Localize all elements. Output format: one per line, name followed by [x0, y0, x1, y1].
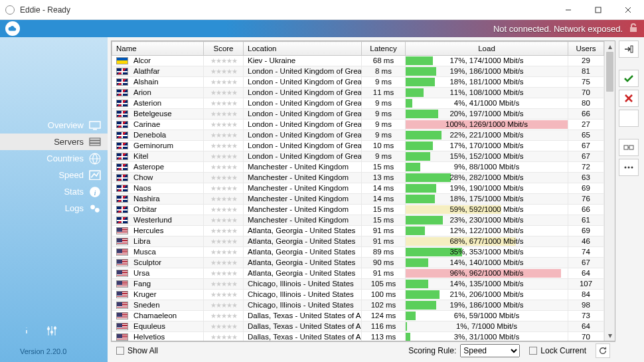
about-icon[interactable] — [20, 324, 33, 339]
window-title: Eddie - Ready — [20, 5, 553, 15]
server-row[interactable]: Musca★★★★★Atlanta, Georgia - United Stat… — [112, 247, 604, 258]
flag-icon — [116, 110, 128, 118]
table-footer: Show All Scoring Rule: Speed Lock Curren… — [111, 341, 615, 359]
server-row[interactable]: Equuleus★★★★★Dallas, Texas - United Stat… — [112, 321, 604, 332]
lock-current-checkbox[interactable]: Lock Current — [529, 346, 586, 355]
server-row[interactable]: Arion★★★★★London - United Kingdom of Gre… — [112, 88, 604, 98]
col-load[interactable]: Load — [406, 42, 568, 56]
col-score[interactable]: Score — [204, 42, 244, 56]
sidebar-item-servers[interactable]: Servers — [0, 134, 108, 150]
server-row[interactable]: Nashira★★★★★Manchester - United Kingdom1… — [112, 194, 604, 205]
blacklist-button[interactable] — [619, 90, 639, 107]
svg-text:i: i — [94, 188, 96, 196]
server-row[interactable]: Hercules★★★★★Atlanta, Georgia - United S… — [112, 226, 604, 236]
col-location[interactable]: Location — [244, 42, 362, 56]
info-icon: i — [89, 187, 101, 197]
star-rating: ★★★★★ — [210, 248, 237, 256]
more-button[interactable] — [619, 159, 639, 176]
svg-rect-8 — [90, 143, 100, 145]
server-row[interactable]: Geminorum★★★★★London - United Kingdom of… — [112, 141, 604, 151]
server-row[interactable]: Libra★★★★★Atlanta, Georgia - United Stat… — [112, 236, 604, 247]
sidebar-item-speed[interactable]: Speed — [0, 167, 108, 183]
vertical-scrollbar[interactable]: ▴ ▾ — [604, 41, 615, 341]
star-rating: ★★★★★ — [210, 100, 237, 107]
connect-button[interactable] — [619, 41, 639, 58]
server-row[interactable]: Alcor★★★★★Kiev - Ukraine68 ms17%, 174/10… — [112, 56, 604, 66]
server-row[interactable]: Denebola★★★★★London - United Kingdom of … — [112, 130, 604, 141]
server-row[interactable]: Ursa★★★★★Atlanta, Georgia - United State… — [112, 268, 604, 279]
sidebar-label: Logs — [65, 203, 84, 213]
star-rating: ★★★★★ — [210, 238, 237, 245]
flag-icon — [116, 57, 128, 64]
star-rating: ★★★★★ — [210, 132, 237, 139]
show-all-checkbox[interactable]: Show All — [116, 346, 158, 355]
globe-icon — [89, 154, 101, 163]
close-button[interactable] — [613, 0, 643, 19]
server-row[interactable]: Alathfar★★★★★London - United Kingdom of … — [112, 66, 604, 77]
server-row[interactable]: Chamaeleon★★★★★Dallas, Texas - United St… — [112, 311, 604, 321]
flag-icon — [116, 280, 128, 288]
svg-point-27 — [625, 167, 627, 169]
server-table: Name Score Location Latency Load Users A… — [111, 41, 615, 341]
star-rating: ★★★★★ — [210, 259, 237, 266]
scoring-rule-select[interactable]: Speed — [460, 344, 520, 357]
server-row[interactable]: Asterion★★★★★London - United Kingdom of … — [112, 98, 604, 109]
flag-icon — [116, 227, 128, 234]
flag-icon — [116, 323, 128, 330]
sidebar-item-stats[interactable]: Statsi — [0, 183, 108, 200]
minimize-button[interactable] — [553, 0, 583, 19]
server-row[interactable]: Betelgeuse★★★★★London - United Kingdom o… — [112, 109, 604, 120]
svg-point-14 — [95, 207, 100, 212]
scroll-down-icon[interactable]: ▾ — [605, 330, 615, 341]
svg-point-28 — [628, 167, 630, 169]
server-row[interactable]: Naos★★★★★Manchester - United Kingdom14 m… — [112, 183, 604, 194]
server-row[interactable]: Chow★★★★★Manchester - United Kingdom13 m… — [112, 173, 604, 183]
rename-button[interactable] — [619, 139, 639, 156]
sidebar-item-countries[interactable]: Countries — [0, 150, 108, 167]
sidebar: Overview Servers Countries Speed Statsi … — [0, 37, 108, 362]
server-row[interactable]: Helvetios★★★★★Dallas, Texas - United Sta… — [112, 332, 604, 341]
star-rating: ★★★★★ — [210, 185, 237, 192]
title-bar: Eddie - Ready — [0, 0, 644, 20]
server-row[interactable]: Orbitar★★★★★Manchester - United Kingdom1… — [112, 205, 604, 215]
maximize-button[interactable] — [583, 0, 613, 19]
server-row[interactable]: Kitel★★★★★London - United Kingdom of Gre… — [112, 151, 604, 162]
scroll-up-icon[interactable]: ▴ — [605, 41, 615, 52]
svg-rect-1 — [596, 7, 601, 13]
sidebar-label: Speed — [58, 170, 84, 180]
star-rating: ★★★★★ — [210, 291, 237, 298]
server-row[interactable]: Carinae★★★★★London - United Kingdom of G… — [112, 120, 604, 130]
flag-icon — [116, 174, 128, 181]
flag-icon — [116, 206, 128, 213]
server-row[interactable]: Fang★★★★★Chicago, Illinois - United Stat… — [112, 279, 604, 290]
star-rating: ★★★★★ — [210, 206, 237, 213]
star-rating: ★★★★★ — [210, 333, 237, 341]
col-latency[interactable]: Latency — [362, 42, 406, 56]
server-row[interactable]: Westerlund★★★★★Manchester - United Kingd… — [112, 215, 604, 226]
sidebar-label: Countries — [46, 153, 84, 163]
servers-icon — [89, 137, 101, 147]
server-row[interactable]: Asterope★★★★★Manchester - United Kingdom… — [112, 162, 604, 173]
server-row[interactable]: Sneden★★★★★Chicago, Illinois - United St… — [112, 300, 604, 311]
server-row[interactable]: Kruger★★★★★Chicago, Illinois - United St… — [112, 290, 604, 300]
col-users[interactable]: Users — [568, 42, 604, 56]
whitelist-button[interactable] — [619, 70, 639, 87]
star-rating: ★★★★★ — [210, 78, 237, 86]
refresh-button[interactable] — [596, 343, 610, 358]
version-label: Version 2.20.0 — [0, 343, 108, 362]
monitor-icon — [89, 121, 101, 130]
server-row[interactable]: Alshain★★★★★London - United Kingdom of G… — [112, 77, 604, 88]
flag-icon — [116, 163, 128, 171]
svg-point-13 — [90, 205, 95, 209]
settings-icon[interactable] — [45, 324, 58, 339]
flag-icon — [116, 259, 128, 266]
col-name[interactable]: Name — [112, 42, 204, 56]
svg-point-20 — [54, 327, 56, 329]
unlocked-icon — [628, 23, 639, 35]
server-row[interactable]: Sculptor★★★★★Atlanta, Georgia - United S… — [112, 258, 604, 268]
neutral-button[interactable] — [619, 110, 639, 127]
scroll-thumb[interactable] — [606, 52, 613, 92]
sidebar-item-logs[interactable]: Logs — [0, 200, 108, 217]
flag-icon — [116, 142, 128, 149]
sidebar-item-overview[interactable]: Overview — [0, 117, 108, 134]
